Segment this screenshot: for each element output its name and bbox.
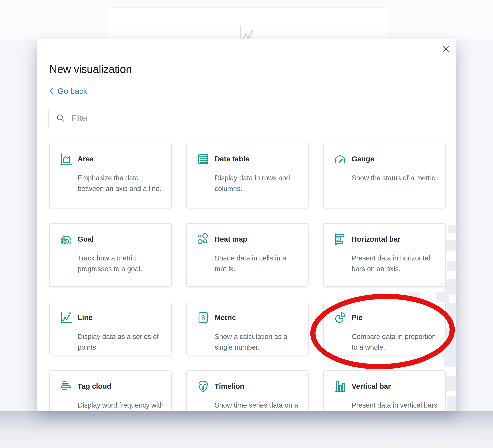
watermark-shape: [447, 261, 456, 271]
card-description: Track how a metric progresses to a goal.: [78, 253, 164, 274]
page-background-shadow: [0, 411, 493, 448]
card-title: Pie: [352, 311, 362, 324]
card-description: Present data in horizontal bars on an ax…: [352, 253, 438, 274]
timelion-icon: [196, 379, 210, 393]
viz-card-line[interactable]: Line Display data as a series of points.: [49, 302, 172, 355]
chevron-left-icon: [49, 87, 54, 95]
search-icon: [56, 113, 65, 123]
svg-text:8: 8: [65, 239, 67, 244]
card-title: Horizontal bar: [352, 233, 400, 246]
card-title: Tag cloud: [78, 380, 111, 393]
area-chart-icon: [59, 152, 73, 166]
card-title: Gauge: [352, 152, 374, 166]
horizontal-bar-icon: [333, 232, 347, 246]
card-title: Metric: [215, 311, 236, 324]
data-table-icon: [196, 152, 210, 166]
viz-card-timelion[interactable]: Timelion Show time series data on a grap…: [186, 370, 309, 411]
card-title: Line: [78, 311, 92, 324]
card-description: Display data in rows and columns.: [215, 172, 301, 194]
line-chart-icon: [59, 311, 73, 325]
goal-icon: 8: [59, 232, 73, 246]
close-icon: [442, 45, 450, 53]
card-title: Data table: [215, 152, 249, 166]
viz-card-pie[interactable]: Pie Compare data in proportion to a whol…: [323, 302, 446, 355]
card-title: Vertical bar: [352, 380, 391, 393]
card-description: Display word frequency with font size.: [78, 400, 164, 411]
go-back-link[interactable]: Go back: [49, 86, 87, 96]
filter-input[interactable]: [71, 113, 444, 123]
card-title: Area: [78, 152, 94, 166]
card-description: Emphasize the data between an axis and a…: [78, 172, 164, 194]
viz-card-vertical-bar[interactable]: Vertical bar Present data in vertical ba…: [323, 370, 446, 411]
card-description: Compare data in proportion to a whole.: [352, 331, 438, 353]
watermark-shape: [444, 240, 456, 251]
card-description: Present data in vertical bars on an axis…: [352, 400, 438, 411]
tag-cloud-icon: [59, 379, 73, 393]
modal-title: New visualization: [49, 63, 132, 76]
heat-map-icon: [196, 232, 210, 246]
viz-card-gauge[interactable]: Gauge Show the status of a metric.: [323, 143, 446, 208]
watermark-shape: [447, 396, 456, 411]
viz-card-tag-cloud[interactable]: Tag cloud Display word frequency with fo…: [49, 370, 172, 411]
filter-search-box: [48, 108, 444, 128]
card-description: Shade data in cells in a matrix.: [215, 253, 301, 274]
card-title: Timelion: [215, 380, 245, 393]
card-description: Display data as a series of points.: [78, 331, 164, 353]
pie-chart-icon: [333, 311, 347, 325]
visualization-card-grid: Area Emphasize the data between an axis …: [49, 143, 446, 411]
watermark-shape: [448, 225, 456, 233]
go-back-label: Go back: [57, 86, 87, 96]
viz-card-horizontal-bar[interactable]: Horizontal bar Present data in horizonta…: [323, 223, 446, 287]
card-description: Show the status of a metric.: [352, 172, 438, 183]
card-description: Show time series data on a graph.: [215, 400, 301, 411]
viz-card-heat-map[interactable]: Heat map Shade data in cells in a matrix…: [186, 223, 309, 287]
card-description: Show a calculation as a single number.: [215, 331, 301, 353]
close-button[interactable]: [441, 44, 450, 53]
watermark-shape: [447, 303, 456, 320]
svg-text:8: 8: [201, 314, 205, 322]
new-visualization-modal: New visualization Go back Area Emphasize…: [37, 39, 456, 411]
card-title: Goal: [78, 233, 94, 246]
viz-card-data-table[interactable]: Data table Display data in rows and colu…: [186, 143, 309, 208]
viz-card-area[interactable]: Area Emphasize the data between an axis …: [49, 143, 172, 208]
gauge-icon: [333, 152, 347, 166]
card-title: Heat map: [215, 233, 247, 246]
vertical-bar-icon: [333, 379, 347, 393]
viz-card-metric[interactable]: 8 Metric Show a calculation as a single …: [186, 302, 309, 355]
metric-icon: 8: [196, 311, 210, 325]
viz-card-goal[interactable]: 8 Goal Track how a metric progresses to …: [49, 223, 172, 287]
